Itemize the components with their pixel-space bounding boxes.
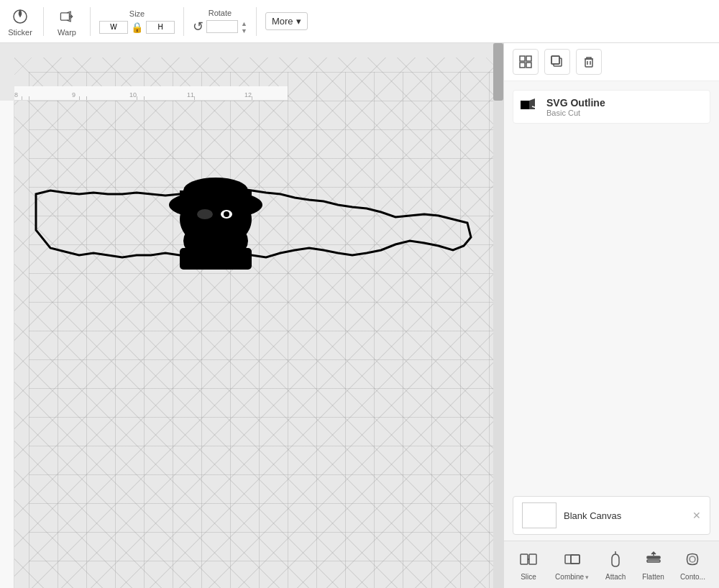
scrollbar-thumb[interactable] — [493, 43, 503, 101]
sticker-icon — [10, 6, 30, 27]
combine-tool[interactable]: Combine ▾ — [555, 548, 589, 581]
combine-dropdown-arrow[interactable]: ▾ — [585, 574, 589, 581]
panel-bottom-toolbar: Slice Combine ▾ Attach — [504, 541, 719, 588]
attach-label: Attach — [605, 573, 626, 581]
svg-rect-33 — [647, 560, 660, 562]
blank-canvas-thumbnail — [522, 502, 557, 528]
svg-point-8 — [197, 209, 213, 219]
contour-icon — [682, 548, 703, 570]
size-inputs: 🔒 — [99, 21, 175, 34]
svg-rect-24 — [521, 101, 531, 109]
divider-2 — [90, 7, 91, 36]
svg-rect-25 — [521, 554, 528, 564]
combine-icon — [562, 548, 583, 570]
svg-rect-32 — [647, 556, 660, 559]
width-input[interactable] — [99, 21, 128, 34]
rotate-label: Rotate — [209, 9, 232, 17]
divider-3 — [183, 7, 184, 36]
svg-point-10 — [224, 211, 229, 217]
divider-1 — [43, 7, 44, 36]
warp-tool[interactable]: Warp — [52, 6, 81, 37]
combine-label: Combine — [555, 573, 584, 581]
more-button[interactable]: More ▾ — [265, 12, 308, 30]
layer-item-svg-outline[interactable]: SVG Outline Basic Cut — [513, 90, 710, 124]
rotate-inputs: ↺ ▲▼ — [193, 20, 247, 35]
svg-rect-29 — [571, 555, 580, 564]
svg-point-13 — [209, 239, 223, 249]
attach-tool[interactable]: Attach — [605, 548, 626, 581]
slice-label: Slice — [521, 573, 536, 581]
svg-rect-21 — [585, 59, 592, 67]
svg-rect-16 — [520, 63, 525, 68]
blank-canvas-section: Blank Canvas ✕ — [504, 490, 719, 541]
sticker-tool[interactable]: Sticker — [6, 6, 35, 37]
flatten-icon — [643, 548, 664, 570]
delete-button[interactable] — [576, 49, 602, 75]
rotate-up-down[interactable]: ▲▼ — [241, 20, 247, 35]
panel-toolbar — [504, 43, 719, 81]
size-group: Size 🔒 — [99, 9, 175, 34]
panel-content: SVG Outline Basic Cut — [504, 81, 719, 490]
layer-type: Basic Cut — [546, 109, 605, 117]
blank-canvas-item[interactable]: Blank Canvas ✕ — [513, 496, 710, 535]
layer-name: SVG Outline — [546, 97, 605, 109]
blank-canvas-close[interactable]: ✕ — [692, 510, 701, 521]
attach-icon — [605, 548, 626, 570]
flatten-label: Flatten — [642, 573, 664, 581]
contour-tool[interactable]: Conto... — [680, 548, 705, 581]
slice-tool[interactable]: Slice — [518, 548, 539, 581]
blank-canvas-label: Blank Canvas — [564, 510, 621, 521]
layer-item-icon — [519, 96, 539, 117]
svg-rect-1 — [60, 12, 69, 19]
rotate-group: Rotate ↺ ▲▼ — [193, 9, 247, 35]
vertical-scrollbar[interactable] — [493, 43, 503, 588]
divider-4 — [256, 7, 257, 36]
ruler-top: 8 9 10 11 12 13 14 15 — [14, 86, 288, 101]
artwork-svg — [22, 137, 482, 280]
svg-rect-12 — [180, 248, 252, 270]
svg-rect-17 — [526, 63, 531, 68]
ruler-left — [0, 101, 14, 588]
warp-icon — [57, 6, 77, 27]
rotate-icon: ↺ — [193, 20, 203, 35]
svg-rect-14 — [520, 56, 525, 61]
svg-rect-26 — [529, 554, 536, 564]
duplicate-button[interactable] — [544, 49, 570, 75]
artwork-container[interactable] — [22, 137, 482, 283]
svg-rect-19 — [551, 56, 559, 64]
main-toolbar: Sticker Warp Size 🔒 Rotate ↺ ▲▼ — [0, 0, 719, 43]
group-button[interactable] — [513, 49, 539, 75]
svg-rect-15 — [526, 56, 531, 61]
flatten-tool[interactable]: Flatten — [642, 548, 664, 581]
size-label: Size — [129, 9, 145, 18]
rotate-input[interactable] — [206, 20, 238, 33]
right-panel: Layers Color Sync ✕ — [503, 0, 719, 588]
slice-icon — [518, 548, 539, 570]
contour-label: Conto... — [680, 573, 705, 581]
lock-icon: 🔒 — [131, 21, 143, 34]
layer-info: SVG Outline Basic Cut — [546, 97, 605, 117]
canvas-area[interactable]: 8 9 10 11 12 13 14 15 — [0, 43, 503, 588]
height-input[interactable] — [146, 21, 175, 34]
